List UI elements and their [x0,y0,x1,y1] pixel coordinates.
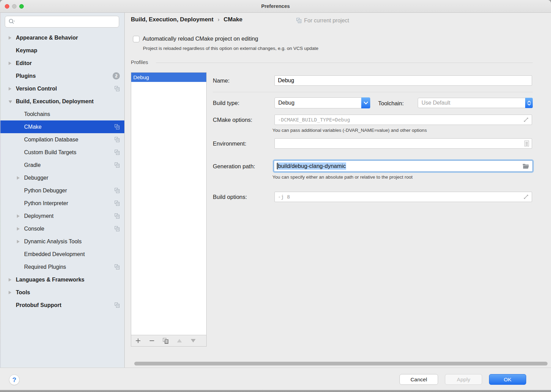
chevron-collapsed-icon[interactable] [9,87,11,91]
remove-profile-button[interactable] [145,335,159,346]
sidebar-item-label: Dynamic Analysis Tools [24,239,82,245]
up-arrow-icon [177,339,182,342]
sidebar-item-custom-build-targets[interactable]: Custom Build Targets [0,146,124,159]
sidebar-item-protobuf-support[interactable]: Protobuf Support [0,299,124,311]
sidebar-item-embedded-development[interactable]: Embedded Development [0,248,124,261]
sidebar-item-python-debugger[interactable]: Python Debugger [0,184,124,197]
environment-input[interactable] [275,139,532,148]
sidebar-item-python-interpreter[interactable]: Python Interpreter [0,197,124,210]
sidebar-item-compilation-database[interactable]: Compilation Database [0,133,124,146]
down-arrow-icon [191,339,196,342]
breadcrumb-separator: › [218,17,219,23]
sidebar-item-label: Version Control [16,86,57,92]
for-current-project-icon [114,124,120,130]
plugins-count-badge: 2 [113,72,120,80]
window-bottom-edge [0,390,551,392]
sidebar-item-label: Python Interpreter [24,200,68,206]
edit-environment-variables-icon[interactable] [524,141,529,147]
sidebar-item-label: Plugins [16,73,36,79]
settings-tree: Appearance & BehaviorKeymapEditorPlugins… [0,31,124,311]
name-field [274,75,532,86]
sidebar-item-build-execution-deployment[interactable]: Build, Execution, Deployment [0,95,124,108]
sidebar-item-cmake[interactable]: CMake [0,120,124,133]
for-current-project-icon [114,213,120,219]
chevron-collapsed-icon[interactable] [9,36,11,40]
titlebar: Preferences [0,0,551,13]
sidebar-item-version-control[interactable]: Version Control [0,82,124,95]
cmake-options-field[interactable]: -DCMAKE_BUILD_TYPE=Debug [274,115,532,125]
background-window-edge [0,13,1,368]
expand-field-icon[interactable] [523,117,529,123]
auto-reload-checkbox[interactable] [133,36,139,42]
breadcrumb: Build, Execution, Deployment › CMake [131,16,242,23]
sidebar-item-keymap[interactable]: Keymap [0,44,124,57]
search-icon [8,18,15,25]
chevron-collapsed-icon[interactable] [17,240,20,243]
toolchain-dropdown[interactable]: Use Default [418,98,533,108]
environment-field [274,138,532,149]
chevron-collapsed-icon[interactable] [9,278,11,282]
help-button[interactable]: ? [9,374,20,385]
sidebar-item-languages-frameworks[interactable]: Languages & Frameworks [0,273,124,286]
generation-path-value: build/debug-clang-dynamic [278,162,346,170]
sidebar-item-gradle[interactable]: Gradle [0,159,124,171]
for-current-project-badge: For current project [296,18,349,24]
sidebar-item-required-plugins[interactable]: Required Plugins [0,261,124,273]
move-profile-up-button[interactable] [173,335,186,346]
breadcrumb-segment-build-execution-deployment[interactable]: Build, Execution, Deployment [131,16,214,23]
generation-path-hint: You can specify either an absolute path … [272,174,413,180]
profiles-section-line [156,63,533,63]
sidebar-item-label: Compilation Database [24,137,78,143]
sidebar-item-tools[interactable]: Tools [0,286,124,299]
build-options-value: -j 8 [275,194,290,200]
breadcrumb-segment-cmake[interactable]: CMake [223,16,242,23]
generation-path-field[interactable]: build/debug-clang-dynamic [274,160,533,172]
profiles-toolbar [131,335,206,346]
chevron-collapsed-icon[interactable] [9,62,11,65]
cmake-settings-pane: Build, Execution, Deployment › CMake For… [125,13,551,368]
add-profile-button[interactable] [131,335,145,346]
sidebar-item-appearance-behavior[interactable]: Appearance & Behavior [0,31,124,44]
cmake-options-value: -DCMAKE_BUILD_TYPE=Debug [275,117,350,123]
build-options-label: Build options: [213,193,247,201]
auto-reload-label: Automatically reload CMake project on ed… [143,35,258,42]
sidebar-item-dynamic-analysis-tools[interactable]: Dynamic Analysis Tools [0,235,124,248]
toolchain-value: Use Default [418,100,450,106]
sidebar-item-editor[interactable]: Editor [0,57,124,70]
chevron-expanded-icon[interactable] [9,100,12,103]
chevron-collapsed-icon[interactable] [17,214,20,218]
for-current-project-label: For current project [304,18,349,24]
sidebar-item-plugins[interactable]: Plugins2 [0,70,124,82]
search-field[interactable] [5,16,119,28]
sidebar-item-debugger[interactable]: Debugger [0,171,124,184]
sidebar-item-label: Appearance & Behavior [16,35,78,41]
chevron-collapsed-icon[interactable] [17,227,20,231]
for-current-project-icon [114,188,120,193]
copy-profile-button[interactable] [159,335,173,346]
sidebar-item-deployment[interactable]: Deployment [0,210,124,222]
sidebar-item-label: Required Plugins [24,264,66,270]
window-title: Preferences [0,0,551,13]
search-input[interactable] [17,16,119,27]
sidebar-item-console[interactable]: Console [0,222,124,235]
horizontal-scrollbar[interactable] [134,362,548,365]
name-input[interactable] [275,76,532,85]
cmake-options-label: CMake options: [213,116,252,124]
preferences-window: Preferences Appearance & BehaviorKeymapE… [0,0,551,392]
name-label: Name: [213,77,230,84]
build-type-dropdown[interactable]: Debug [274,97,370,108]
chevron-collapsed-icon[interactable] [17,176,20,180]
sidebar-item-label: Tools [16,289,30,296]
profile-list-item-debug[interactable]: Debug [131,73,206,82]
chevron-collapsed-icon[interactable] [9,291,11,294]
build-options-field[interactable]: -j 8 [274,192,532,202]
expand-field-icon[interactable] [523,194,529,200]
cancel-button[interactable]: Cancel [399,374,438,385]
browse-folder-icon[interactable] [522,163,530,169]
settings-sidebar: Appearance & BehaviorKeymapEditorPlugins… [0,13,125,368]
profiles-list-panel: Debug [131,72,207,347]
sidebar-item-toolchains[interactable]: Toolchains [0,108,124,120]
ok-button[interactable]: OK [489,374,526,385]
apply-button[interactable]: Apply [445,374,482,385]
move-profile-down-button[interactable] [186,335,200,346]
